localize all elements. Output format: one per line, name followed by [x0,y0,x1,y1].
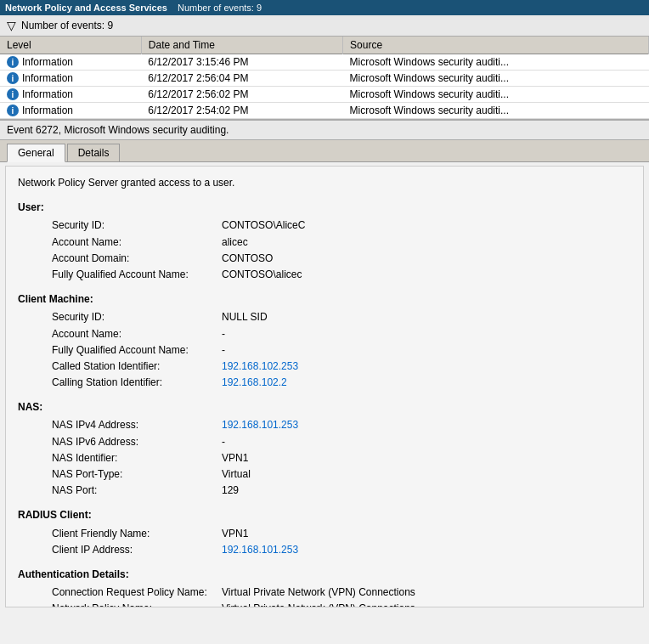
events-table: Level Date and Time Source iInformation6… [0,37,649,119]
detail-field-label: NAS IPv6 Address: [52,434,222,450]
detail-field-label: Client Friendly Name: [52,526,222,542]
detail-row: NAS Port-Type:Virtual [52,466,631,483]
detail-field-value: 129 [222,483,239,499]
info-icon: i [7,72,19,84]
title-bar-title: Network Policy and Access Services [5,3,167,13]
detail-row: Client Friendly Name:VPN1 [52,526,631,542]
detail-field-value: - [222,326,225,342]
title-bar: Network Policy and Access Services Numbe… [0,0,649,15]
table-row[interactable]: iInformation6/12/2017 2:56:02 PMMicrosof… [0,87,649,103]
info-icon: i [7,88,19,100]
cell-datetime: 6/12/2017 2:56:02 PM [141,87,342,103]
cell-datetime: 6/12/2017 2:56:04 PM [141,71,342,87]
detail-field-label: NAS Identifier: [52,450,222,466]
tabs-row: General Details [0,140,649,162]
detail-field-label: Account Domain: [52,251,222,267]
detail-section-title: RADIUS Client: [18,507,631,523]
detail-field-value: - [222,434,225,450]
cell-datetime: 6/12/2017 2:54:02 PM [141,103,342,119]
detail-field-label: Called Station Identifier: [52,359,222,375]
level-text: Information [22,56,73,68]
filter-icon: ▽ [7,19,16,32]
detail-section-title: Authentication Details: [18,567,631,583]
detail-field-value: Virtual Private Network (VPN) Connection… [222,601,415,607]
detail-field-label: Account Name: [52,234,222,251]
level-text: Information [22,72,73,84]
detail-fields: Client Friendly Name:VPN1Client IP Addre… [52,526,631,558]
detail-row: Client IP Address:192.168.101.253 [52,542,631,558]
cell-level: iInformation [0,54,141,71]
detail-field-value: NULL SID [222,309,268,325]
detail-field-value: CONTOSO\alicec [222,267,302,283]
col-level: Level [0,37,141,54]
cell-source: Microsoft Windows security auditi... [343,71,649,87]
level-text: Information [22,105,73,116]
detail-field-label: NAS Port-Type: [52,466,222,483]
table-row[interactable]: iInformation6/12/2017 3:15:46 PMMicrosof… [0,54,649,71]
detail-field-value: Virtual Private Network (VPN) Connection… [222,585,415,601]
event-desc-bar: Event 6272, Microsoft Windows security a… [0,121,649,140]
detail-row: Calling Station Identifier:192.168.102.2 [52,375,631,391]
info-icon: i [7,56,19,68]
detail-field-value: 192.168.102.253 [222,359,298,375]
detail-field-value: CONTOSO [222,251,273,267]
detail-field-label: Connection Request Policy Name: [52,585,222,601]
tab-details[interactable]: Details [67,144,121,161]
detail-row: Called Station Identifier:192.168.102.25… [52,359,631,375]
detail-field-label: Security ID: [52,309,222,325]
detail-row: Security ID:NULL SID [52,309,631,325]
tab-general[interactable]: General [7,144,65,162]
detail-field-value: VPN1 [222,526,248,542]
detail-row: NAS IPv4 Address:192.168.101.253 [52,417,631,433]
detail-field-value: 192.168.102.2 [222,375,287,391]
cell-level: iInformation [0,71,141,87]
filter-label: Number of events: 9 [21,20,113,31]
filter-row: ▽ Number of events: 9 [0,15,649,37]
detail-field-label: Account Name: [52,326,222,342]
event-desc-text: Event 6272, Microsoft Windows security a… [7,124,229,136]
detail-row: NAS IPv6 Address:- [52,434,631,450]
detail-panel: Network Policy Server granted access to … [5,166,644,607]
detail-field-value: Virtual [222,466,251,483]
detail-row: NAS Identifier:VPN1 [52,450,631,466]
detail-field-label: Network Policy Name: [52,601,222,607]
detail-field-value: VPN1 [222,450,248,466]
detail-field-label: Calling Station Identifier: [52,375,222,391]
detail-fields: Security ID:CONTOSO\AliceCAccount Name:a… [52,217,631,283]
cell-level: iInformation [0,103,141,119]
detail-row: Fully Qualified Account Name:CONTOSO\ali… [52,267,631,283]
detail-row: Account Domain:CONTOSO [52,251,631,267]
detail-section-title: User: [18,200,631,216]
detail-fields: NAS IPv4 Address:192.168.101.253NAS IPv6… [52,417,631,499]
detail-row: NAS Port:129 [52,483,631,499]
table-row[interactable]: iInformation6/12/2017 2:54:02 PMMicrosof… [0,103,649,119]
detail-field-value: 192.168.101.253 [222,417,298,433]
table-header-row: Level Date and Time Source [0,37,649,54]
detail-fields: Connection Request Policy Name:Virtual P… [52,585,631,607]
cell-source: Microsoft Windows security auditi... [343,54,649,71]
info-icon: i [7,105,19,116]
cell-source: Microsoft Windows security auditi... [343,103,649,119]
detail-field-value: 192.168.101.253 [222,542,298,558]
detail-row: Security ID:CONTOSO\AliceC [52,217,631,234]
detail-row: Account Name:- [52,326,631,342]
detail-field-label: Fully Qualified Account Name: [52,267,222,283]
detail-row: Connection Request Policy Name:Virtual P… [52,585,631,601]
title-bar-events: Number of events: 9 [178,3,262,13]
detail-field-label: Client IP Address: [52,542,222,558]
detail-section-title: NAS: [18,399,631,415]
detail-section-title: Client Machine: [18,291,631,308]
detail-row: Network Policy Name:Virtual Private Netw… [52,601,631,607]
detail-field-value: - [222,342,225,359]
col-source: Source [343,37,649,54]
detail-field-value: alicec [222,234,248,251]
table-row[interactable]: iInformation6/12/2017 2:56:04 PMMicrosof… [0,71,649,87]
cell-level: iInformation [0,87,141,103]
col-datetime: Date and Time [141,37,342,54]
detail-field-value: CONTOSO\AliceC [222,217,305,234]
detail-field-label: Security ID: [52,217,222,234]
detail-field-label: NAS Port: [52,483,222,499]
events-table-wrapper: Level Date and Time Source iInformation6… [0,37,649,121]
level-text: Information [22,88,73,100]
cell-source: Microsoft Windows security auditi... [343,87,649,103]
